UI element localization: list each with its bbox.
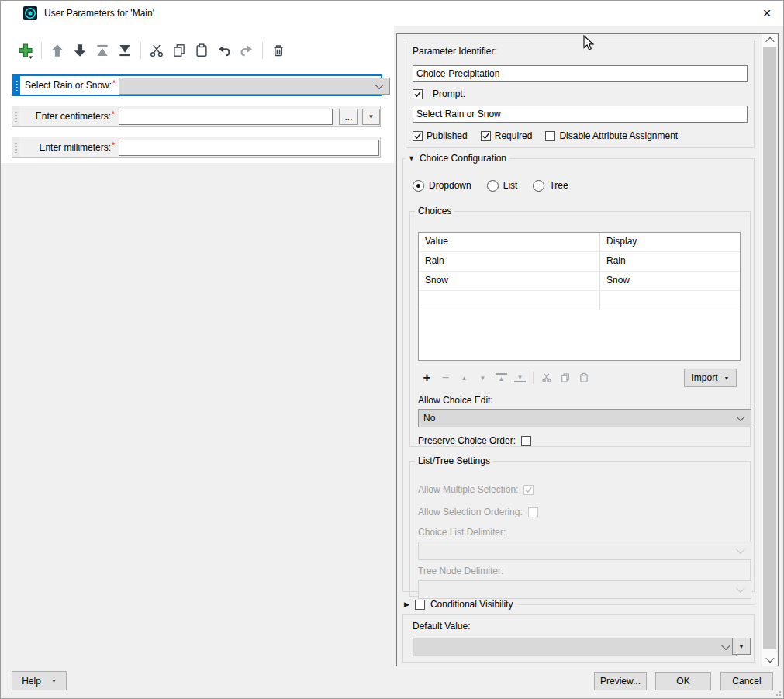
scroll-down-button[interactable] [762,653,777,666]
parameter-identifier-input[interactable] [413,65,748,82]
column-header-display: Display [600,233,740,251]
table-row[interactable] [419,290,740,310]
choices-title: Choices [415,206,454,216]
redo-icon[interactable] [237,41,256,60]
toolbar-separator [41,42,42,59]
parameter-label: Enter millimeters: [39,142,111,153]
move-up-icon[interactable] [48,41,67,60]
chevron-down-icon [736,545,744,554]
delete-icon[interactable] [269,41,288,60]
scroll-up-button[interactable] [762,34,777,47]
allow-multiple-selection-label: Allow Multiple Selection: [418,484,518,495]
parameter-row-choice[interactable]: Select Rain or Snow:* [12,74,382,96]
move-to-bottom-icon[interactable] [116,41,134,60]
required-marker: * [112,110,115,119]
tree-node-delimiter-label: Tree Node Delimiter: [418,566,503,576]
app-icon [23,6,37,20]
toolbar-separator [262,42,263,59]
default-value-group: Default Value: ▼ [402,614,755,663]
collapse-expanded-icon[interactable]: ▼ [408,155,415,162]
scrollbar-thumb[interactable] [763,47,776,649]
table-row[interactable]: Snow Snow [419,271,740,290]
chevron-down-icon [736,413,744,421]
browse-button[interactable]: ... [339,109,358,125]
allow-selection-ordering-checkbox [528,507,538,517]
parameter-row-centimeters[interactable]: Enter centimeters:* ... ▼ [12,106,381,127]
conditional-visibility-checkbox[interactable] [415,600,425,610]
published-checkbox[interactable] [413,131,423,141]
prompt-input[interactable] [413,106,748,123]
choice-configuration-title: Choice Configuration [420,153,506,164]
required-marker: * [112,79,116,88]
preserve-choice-order-checkbox[interactable] [521,436,531,446]
parameter-label: Enter centimeters: [36,111,111,122]
default-value-menu-button[interactable]: ▼ [732,638,751,655]
copy-icon[interactable] [170,41,188,60]
radio-tree[interactable] [533,180,544,192]
import-button[interactable]: Import ▼ [684,369,737,387]
move-down-icon[interactable] [71,41,89,60]
required-label: Required [495,130,533,141]
allow-choice-edit-dropdown[interactable]: No [418,409,751,427]
allow-choice-edit-label: Allow Choice Edit: [418,395,493,406]
toolbar-separator [140,42,141,59]
cell-value[interactable]: Rain [419,252,600,271]
preview-button[interactable]: Preview... [594,672,647,690]
disable-attr-checkbox[interactable] [545,131,555,141]
add-parameter-icon[interactable] [16,41,35,60]
cell-display[interactable] [600,291,740,310]
radio-dropdown[interactable] [413,180,424,192]
radio-dropdown-label: Dropdown [429,180,471,191]
prompt-checkbox[interactable] [413,89,423,99]
list-tree-settings-group: List/Tree Settings Allow Multiple Select… [409,455,751,597]
row-dropdown-button[interactable]: ▼ [362,109,380,125]
list-tree-settings-title: List/Tree Settings [415,455,493,466]
chevron-down-icon [375,81,383,89]
drag-handle[interactable] [12,137,19,157]
cell-value[interactable]: Snow [419,272,600,290]
add-choice-icon[interactable]: + [421,372,433,384]
parameter-row-millimeters[interactable]: Enter millimeters:* [12,137,381,158]
radio-list[interactable] [487,180,499,192]
drag-handle[interactable] [12,106,19,126]
help-button[interactable]: Help ▼ [12,671,67,690]
cell-display[interactable]: Rain [600,252,740,271]
collapse-collapsed-icon[interactable]: ▶ [404,601,409,608]
move-to-top-icon[interactable] [93,41,112,60]
allow-multiple-selection-checkbox [523,485,534,495]
required-checkbox[interactable] [481,131,491,141]
user-parameters-dialog: User Parameters for 'Main' × [0,0,784,699]
undo-icon[interactable] [215,41,233,60]
choice-dropdown[interactable] [119,78,390,95]
paste-icon[interactable] [192,41,211,60]
paste-choice-icon[interactable] [578,372,589,384]
cut-choice-icon[interactable] [541,372,552,384]
drag-handle[interactable] [13,76,20,95]
identifier-group: Parameter Identifier: Prompt: Published … [406,40,755,148]
ok-button[interactable]: OK [655,672,711,690]
table-row[interactable]: Rain Rain [419,251,740,271]
radio-list-label: List [503,180,518,191]
divider [518,604,755,605]
cut-icon[interactable] [147,41,166,60]
published-label: Published [427,130,468,141]
parameter-details-panel: Parameter Identifier: Prompt: Published … [396,33,779,666]
millimeters-input[interactable] [119,140,379,156]
cell-value[interactable] [419,291,600,310]
move-choice-bottom-icon[interactable]: ▼ [514,373,526,382]
move-choice-top-icon[interactable]: ▲ [496,373,507,382]
tri-down-icon: ▼ [368,113,375,120]
panel-scrollbar[interactable] [762,34,776,666]
parameter-identifier-label: Parameter Identifier: [413,46,497,57]
move-choice-down-icon[interactable]: ▼ [477,372,489,384]
cancel-button[interactable]: Cancel [720,672,773,690]
move-choice-up-icon[interactable]: ▲ [458,372,470,384]
copy-choice-icon[interactable] [559,372,571,384]
parameter-label: Select Rain or Snow: [25,80,112,91]
close-icon[interactable]: × [757,3,777,23]
centimeters-input[interactable] [119,109,333,125]
remove-choice-icon[interactable]: − [440,372,451,384]
default-value-dropdown[interactable] [413,638,737,656]
cell-display[interactable]: Snow [600,272,740,290]
resize-grip[interactable] [773,688,781,696]
